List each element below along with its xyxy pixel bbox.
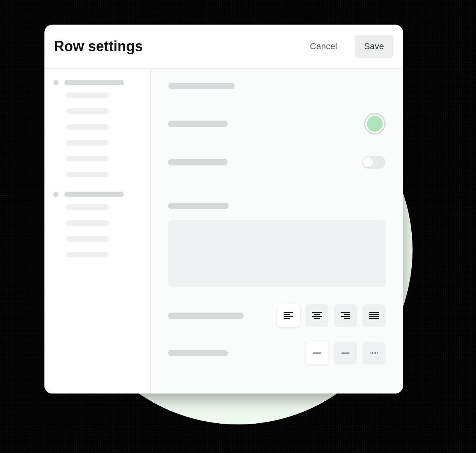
sidebar-item[interactable] [66,140,109,146]
border-dashed-icon [340,347,351,359]
border-solid-icon [311,347,323,359]
border-style-options [305,342,386,365]
placeholder-label [64,80,124,85]
border-solid-button[interactable] [305,342,328,365]
align-center-icon [311,310,323,322]
sidebar-item[interactable] [66,172,109,177]
setting-label-placeholder [168,313,244,319]
align-justify-icon [368,310,380,322]
bullet-icon [53,192,59,197]
setting-label-placeholder [168,159,228,165]
sidebar-section-heading[interactable] [53,192,142,197]
setting-label-placeholder [168,203,228,209]
modal-body [44,69,403,393]
sidebar-section-items [53,92,142,177]
align-justify-button[interactable] [363,304,386,327]
toggle-knob [363,157,373,167]
sidebar-item[interactable] [66,204,109,210]
svg-point-23 [375,353,376,354]
sidebar-item[interactable] [66,156,109,161]
sidebar-item[interactable] [66,124,109,130]
sidebar-item[interactable] [66,252,109,257]
setting-label-placeholder [168,121,228,127]
svg-point-21 [372,353,373,354]
border-dotted-icon [368,347,380,359]
border-dashed-button[interactable] [334,342,357,365]
cancel-button[interactable]: Cancel [300,35,346,58]
color-swatch[interactable] [364,113,386,134]
textarea-input[interactable] [168,220,386,287]
align-left-icon [282,310,294,322]
sidebar-item[interactable] [66,108,109,114]
align-left-button[interactable] [277,304,300,327]
setting-row-toggle [168,156,386,169]
sidebar-section-items [53,204,142,257]
setting-label-placeholder [168,350,228,356]
setting-row-color [168,113,386,134]
border-dotted-button[interactable] [363,342,386,365]
toggle-switch[interactable] [362,156,386,169]
sidebar-section-heading[interactable] [53,80,142,85]
align-right-icon [340,310,351,322]
settings-modal: Row settings Cancel Save [44,25,403,393]
main-panel [151,69,403,393]
sidebar-item[interactable] [66,220,109,226]
modal-title: Row settings [54,38,143,55]
section-title-placeholder [168,83,235,89]
svg-point-24 [377,353,378,354]
sidebar-item[interactable] [66,236,109,242]
sidebar [44,69,151,393]
svg-point-20 [370,353,372,354]
svg-point-22 [374,353,375,354]
setting-row-alignment [168,304,386,327]
placeholder-label [64,192,124,197]
bullet-icon [53,80,59,85]
modal-header: Row settings Cancel Save [44,25,403,69]
alignment-options [277,304,386,327]
header-actions: Cancel Save [300,35,393,58]
setting-row-border [168,342,386,365]
align-center-button[interactable] [305,304,328,327]
align-right-button[interactable] [334,304,357,327]
sidebar-item[interactable] [66,92,109,98]
save-button[interactable]: Save [355,35,393,58]
